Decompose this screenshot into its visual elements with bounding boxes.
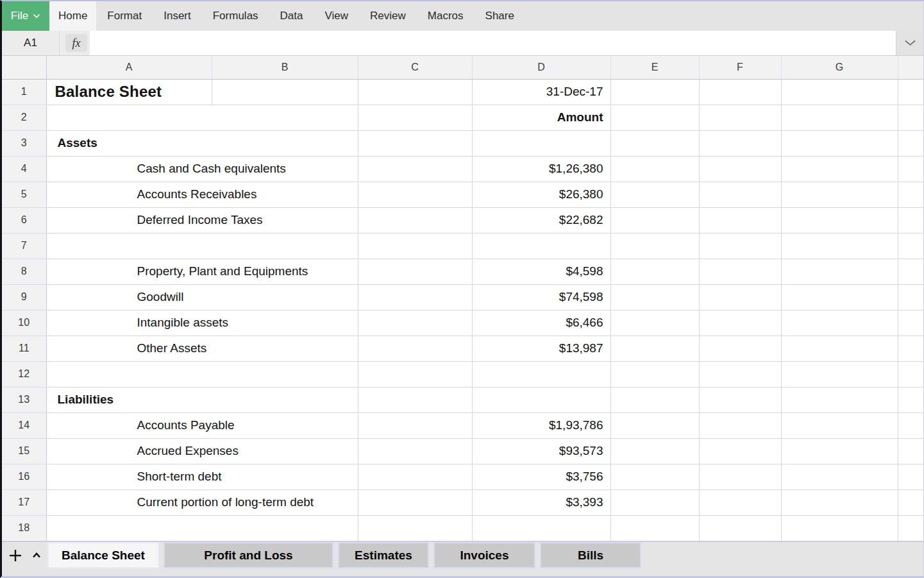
cell-A5[interactable]: Accounts Receivables: [46, 182, 358, 207]
cell-G4[interactable]: [781, 156, 898, 182]
cell-A16[interactable]: Short-term debt: [46, 464, 358, 489]
cell-E16[interactable]: [610, 464, 699, 489]
cell-D16[interactable]: $3,756: [472, 464, 610, 489]
cell-E12[interactable]: [610, 361, 699, 387]
row-header-15[interactable]: 15: [2, 438, 46, 464]
cell-G14[interactable]: [781, 412, 898, 438]
sheet-list-button[interactable]: [32, 552, 41, 558]
cell-D2[interactable]: Amount: [472, 105, 610, 130]
cell-H12[interactable]: [898, 361, 923, 387]
row-header-2[interactable]: 2: [2, 105, 46, 130]
cell-E15[interactable]: [610, 438, 699, 464]
row-header-16[interactable]: 16: [2, 464, 46, 489]
row-header-4[interactable]: 4: [2, 156, 46, 182]
cell-F16[interactable]: [699, 464, 781, 489]
cell-D9[interactable]: $74,598: [472, 284, 610, 310]
column-header-d[interactable]: D: [472, 56, 610, 79]
fx-button[interactable]: fx: [65, 34, 87, 52]
cell-D8[interactable]: $4,598: [472, 259, 610, 284]
cell-D10[interactable]: $6,466: [472, 310, 610, 336]
cell-F12[interactable]: [699, 361, 781, 387]
cell-C13[interactable]: [358, 387, 472, 412]
cell-D18[interactable]: [472, 515, 610, 541]
cell-D7[interactable]: [472, 233, 610, 259]
sheet-tab-balance-sheet[interactable]: Balance Sheet: [47, 542, 159, 568]
cell-G2[interactable]: [781, 105, 898, 130]
cell-A13[interactable]: Liabilities: [46, 387, 358, 412]
cell-F17[interactable]: [699, 489, 781, 515]
cell-H4[interactable]: [898, 156, 923, 182]
cell-G11[interactable]: [781, 336, 898, 361]
cell-E11[interactable]: [610, 336, 699, 361]
cell-H6[interactable]: [898, 207, 923, 233]
row-header-9[interactable]: 9: [2, 284, 46, 310]
sheet-tab-bills[interactable]: Bills: [540, 542, 641, 568]
row-header-7[interactable]: 7: [2, 233, 46, 259]
cell-G7[interactable]: [781, 233, 898, 259]
cell-C2[interactable]: [358, 105, 472, 130]
cell-F13[interactable]: [699, 387, 781, 412]
cell-H18[interactable]: [898, 515, 923, 541]
file-menu-button[interactable]: File: [2, 1, 49, 31]
row-header-12[interactable]: 12: [2, 361, 46, 387]
cell-G16[interactable]: [781, 464, 898, 489]
cell-A18[interactable]: [46, 515, 358, 541]
cell-F5[interactable]: [699, 182, 781, 207]
cell-H11[interactable]: [898, 336, 923, 361]
cell-D14[interactable]: $1,93,786: [472, 412, 610, 438]
cell-E9[interactable]: [610, 284, 699, 310]
cell-C16[interactable]: [358, 464, 472, 489]
column-header-f[interactable]: F: [699, 56, 781, 79]
cell-C18[interactable]: [358, 515, 472, 541]
cell-E5[interactable]: [610, 182, 699, 207]
cell-C7[interactable]: [358, 233, 472, 259]
cell-E7[interactable]: [610, 233, 699, 259]
column-header-b[interactable]: B: [212, 56, 358, 79]
row-header-13[interactable]: 13: [2, 387, 46, 412]
sheet-tab-invoices[interactable]: Invoices: [433, 542, 535, 568]
formula-bar-expand-button[interactable]: [896, 31, 923, 55]
cell-D1[interactable]: 31-Dec-17: [472, 79, 610, 105]
cell-H8[interactable]: [898, 259, 923, 284]
cell-C10[interactable]: [358, 310, 472, 336]
cell-G8[interactable]: [781, 259, 898, 284]
menu-item-home[interactable]: Home: [49, 1, 96, 31]
cell-H1[interactable]: [898, 79, 923, 105]
cell-G13[interactable]: [781, 387, 898, 412]
cell-E8[interactable]: [610, 259, 699, 284]
row-header-17[interactable]: 17: [2, 489, 46, 515]
cell-D6[interactable]: $22,682: [472, 207, 610, 233]
cell-H2[interactable]: [898, 105, 923, 130]
cell-A1[interactable]: Balance Sheet: [46, 79, 212, 105]
cell-F6[interactable]: [699, 207, 781, 233]
cell-H16[interactable]: [898, 464, 923, 489]
cell-E1[interactable]: [610, 79, 699, 105]
cell-E10[interactable]: [610, 310, 699, 336]
cell-C17[interactable]: [358, 489, 472, 515]
cell-reference-box[interactable]: A1: [2, 31, 60, 55]
cell-H7[interactable]: [898, 233, 923, 259]
cell-G15[interactable]: [781, 438, 898, 464]
cell-G10[interactable]: [781, 310, 898, 336]
menu-item-insert[interactable]: Insert: [153, 1, 202, 31]
cell-C11[interactable]: [358, 336, 472, 361]
cell-F2[interactable]: [699, 105, 781, 130]
cell-C6[interactable]: [358, 207, 472, 233]
cell-G1[interactable]: [781, 79, 898, 105]
cell-F8[interactable]: [699, 259, 781, 284]
cell-H5[interactable]: [898, 182, 923, 207]
cell-G9[interactable]: [781, 284, 898, 310]
cell-G17[interactable]: [781, 489, 898, 515]
add-sheet-button[interactable]: [8, 548, 22, 563]
cell-A8[interactable]: Property, Plant and Equipments: [46, 259, 358, 284]
menu-item-view[interactable]: View: [314, 1, 360, 31]
cell-A7[interactable]: [46, 233, 358, 259]
cell-F1[interactable]: [699, 79, 781, 105]
cell-A17[interactable]: Current portion of long-term debt: [46, 489, 358, 515]
cell-C1[interactable]: [358, 79, 472, 105]
cell-G5[interactable]: [781, 182, 898, 207]
cell-D13[interactable]: [472, 387, 610, 412]
cell-H17[interactable]: [898, 489, 923, 515]
cell-D11[interactable]: $13,987: [472, 336, 610, 361]
column-header-e[interactable]: E: [610, 56, 699, 79]
